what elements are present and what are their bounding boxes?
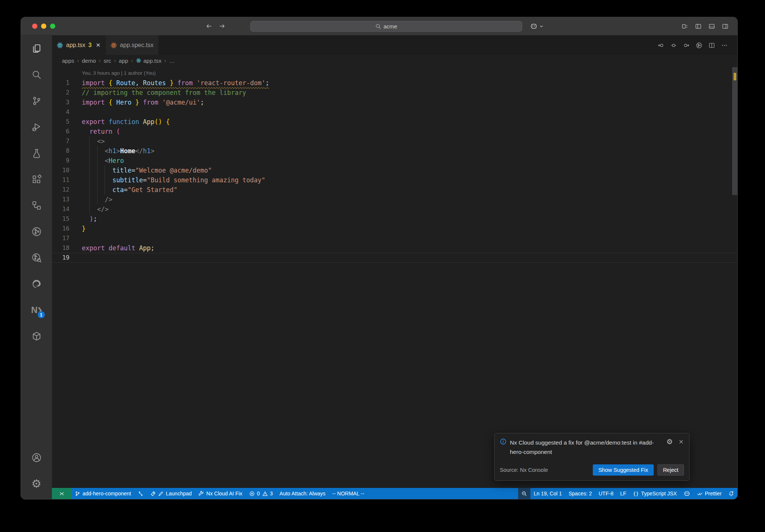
tab-problem-badge: 3 xyxy=(89,42,92,49)
activity-bar-item-edge-tools[interactable] xyxy=(28,275,46,293)
more-actions-icon xyxy=(721,42,728,49)
activity-bar-item-gitlens-inspect[interactable] xyxy=(28,249,46,267)
command-center-search[interactable]: acme xyxy=(250,21,522,32)
more-actions-button[interactable] xyxy=(721,42,728,49)
code-line-19[interactable]: 19 xyxy=(52,253,737,263)
code-line-12[interactable]: 12 cta="Get Started" xyxy=(52,185,737,195)
status-item-language-mode[interactable]: {}TypeScript JSX xyxy=(630,488,680,499)
activity-bar-item-nx-console[interactable]: N❯1 xyxy=(28,301,46,319)
status-item-indentation[interactable]: Spaces: 2 xyxy=(565,488,595,499)
breadcrumb-separator: › xyxy=(99,58,101,64)
activity-bar-item-source-control[interactable] xyxy=(28,92,46,110)
breadcrumb-item-apps[interactable]: apps xyxy=(62,58,74,64)
status-item-gitlens-compare[interactable] xyxy=(134,488,147,499)
status-item-problems[interactable]: 03 xyxy=(246,488,276,499)
breadcrumb-item-src[interactable]: src xyxy=(103,58,111,64)
tab-close-icon[interactable]: ✕ xyxy=(96,42,101,49)
copilot-menu[interactable] xyxy=(530,17,544,35)
activity-bar-item-testing[interactable] xyxy=(28,144,46,162)
indent-guide xyxy=(97,146,97,204)
code-line-9[interactable]: 9 <Hero xyxy=(52,156,737,166)
gitlens-graph-button[interactable] xyxy=(696,42,702,49)
circle-graph-search-icon xyxy=(32,253,41,263)
status-item-eol[interactable]: LF xyxy=(617,488,629,499)
breadcrumb-item-…[interactable]: … xyxy=(169,58,175,64)
activity-bar-item-remote-explorer[interactable] xyxy=(28,197,46,214)
scrollbar-thumb[interactable] xyxy=(732,67,737,195)
close-window-button[interactable] xyxy=(32,24,37,29)
activity-bar-item-accounts[interactable] xyxy=(28,449,46,467)
line-content: cta="Get Started" xyxy=(69,185,177,195)
code-line-7[interactable]: 7 <> xyxy=(52,136,737,146)
code-line-18[interactable]: 18export default App; xyxy=(52,243,737,253)
minimize-window-button[interactable] xyxy=(41,24,46,29)
code-line-11[interactable]: 11 subtitle="Build something amazing tod… xyxy=(52,175,737,185)
show-suggested-fix-button[interactable]: Show Suggested Fix xyxy=(593,464,654,476)
gitlens-forward-button[interactable] xyxy=(683,42,690,49)
status-item-nx-cloud-ai-fix[interactable]: Nx Cloud AI Fix xyxy=(195,488,245,499)
back-arrow-icon[interactable] xyxy=(205,23,212,30)
status-item-prettier[interactable]: Prettier xyxy=(694,488,725,499)
rocket-icon xyxy=(150,491,156,497)
reject-button[interactable]: Reject xyxy=(657,464,684,476)
code-line-5[interactable]: 5export function App() { xyxy=(52,117,737,127)
split-editor-button[interactable] xyxy=(709,42,715,49)
code-line-3[interactable]: 3import { Hero } from '@acme/ui'; xyxy=(52,98,737,107)
code-line-6[interactable]: 6 return ( xyxy=(52,127,737,136)
activity-bar-item-explorer[interactable] xyxy=(28,40,46,58)
status-item-launchpad[interactable]: Launchpad xyxy=(147,488,195,499)
code-line-10[interactable]: 10 title="Welcmoe @acme/demo" xyxy=(52,166,737,175)
source-control-icon xyxy=(32,96,41,106)
status-item-label: Nx Cloud AI Fix xyxy=(206,491,242,497)
status-item-notifications-bell[interactable] xyxy=(725,488,737,499)
activity-bar-item-search[interactable] xyxy=(28,66,46,84)
toggle-primary-sidebar-button[interactable] xyxy=(695,23,701,30)
code-line-17[interactable]: 17 xyxy=(52,233,737,243)
status-item-cursor-position[interactable]: Ln 19, Col 1 xyxy=(530,488,566,499)
breadcrumb-item-app.tsx[interactable]: app.tsx xyxy=(136,58,161,64)
status-item-label: TypeScript JSX xyxy=(641,491,677,497)
notification-close-icon[interactable] xyxy=(678,439,684,445)
status-item-git-branch[interactable]: add-hero-component xyxy=(71,488,134,499)
flask-icon xyxy=(32,148,41,158)
gitlens-current-button[interactable] xyxy=(670,42,677,49)
status-bar: add-hero-componentLaunchpadNx Cloud AI F… xyxy=(52,488,737,499)
code-line-8[interactable]: 8 <h1>Home</h1> xyxy=(52,146,737,156)
toggle-panel-button[interactable] xyxy=(709,23,715,30)
customize-layout-button[interactable] xyxy=(682,23,688,30)
activity-bar-item-gitlens[interactable] xyxy=(28,223,46,241)
gitlens-back-button[interactable] xyxy=(658,42,664,49)
zoom-window-button[interactable] xyxy=(50,24,55,29)
status-item-copilot-status[interactable] xyxy=(680,488,694,499)
tab-app.tsx[interactable]: app.tsx3✕ xyxy=(52,35,105,55)
code-line-13[interactable]: 13 /> xyxy=(52,195,737,204)
notification-settings-gear-icon[interactable]: ⚙ xyxy=(666,438,673,445)
remote-indicator[interactable] xyxy=(52,488,71,499)
code-line-2[interactable]: 2// importing the component from the lib… xyxy=(52,88,737,98)
activity-bar-item-run-and-debug[interactable] xyxy=(28,118,46,136)
line-content: export default App; xyxy=(69,243,155,253)
code-line-4[interactable]: 4 xyxy=(52,107,737,117)
status-item-label: add-hero-component xyxy=(83,491,131,497)
tab-app.spec.tsx[interactable]: app.spec.tsx xyxy=(106,35,158,55)
forward-arrow-icon[interactable] xyxy=(219,23,226,30)
status-item-zoom-indicator[interactable] xyxy=(518,488,530,499)
line-content: } xyxy=(69,224,86,233)
breadcrumb-item-demo[interactable]: demo xyxy=(82,58,96,64)
status-item-auto-attach[interactable]: Auto Attach: Always xyxy=(276,488,329,499)
status-item-label: -- NORMAL -- xyxy=(332,491,364,497)
status-item-vim-mode[interactable]: -- NORMAL -- xyxy=(329,488,368,499)
code-line-16[interactable]: 16} xyxy=(52,224,737,233)
activity-bar-item-containers[interactable] xyxy=(28,327,46,345)
activity-bar-item-manage[interactable]: ⚙ xyxy=(28,475,46,493)
code-line-15[interactable]: 15 ); xyxy=(52,214,737,224)
code-line-1[interactable]: 1import { Route, Routes } from 'react-ro… xyxy=(52,78,737,88)
line-number: 19 xyxy=(52,253,69,263)
code-editor[interactable]: You, 3 hours ago | 1 author (You) 1impor… xyxy=(52,66,737,488)
activity-bar-item-extensions[interactable] xyxy=(28,170,46,188)
code-line-14[interactable]: 14 </> xyxy=(52,204,737,214)
status-item-encoding[interactable]: UTF-8 xyxy=(595,488,617,499)
editor-scrollbar[interactable] xyxy=(732,66,737,488)
toggle-secondary-sidebar-button[interactable] xyxy=(722,23,728,30)
breadcrumb-item-app[interactable]: app xyxy=(119,58,128,64)
